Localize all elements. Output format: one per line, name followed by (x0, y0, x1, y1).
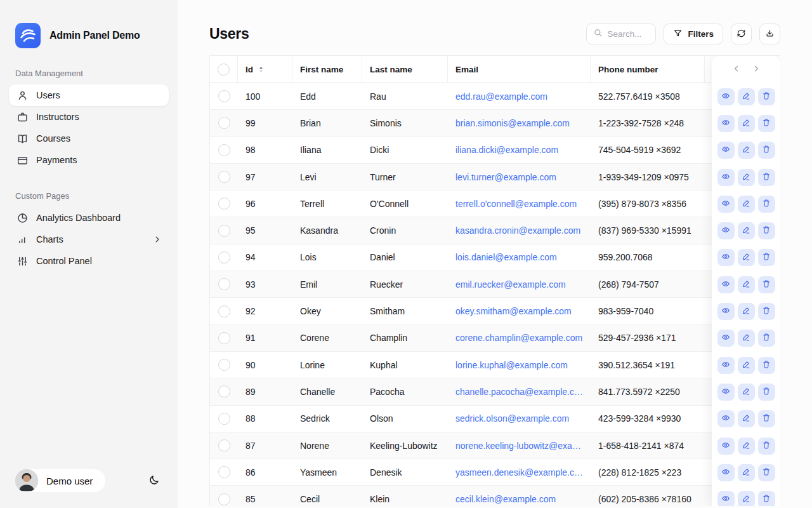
edit-button[interactable] (738, 142, 755, 159)
select-all-checkbox[interactable] (218, 64, 230, 76)
view-button[interactable] (717, 169, 735, 186)
edit-button[interactable] (738, 438, 755, 455)
email-link[interactable]: okey.smitham@example.com (455, 306, 583, 316)
email-link[interactable]: cecil.klein@example.com (455, 494, 583, 504)
user-menu[interactable]: Demo user (15, 469, 105, 492)
row-checkbox[interactable] (218, 359, 230, 371)
edit-button[interactable] (738, 169, 755, 186)
scroll-columns-left-button[interactable] (731, 63, 742, 76)
sidebar-item-analytics-dashboard[interactable]: Analytics Dashboard (9, 207, 169, 229)
view-button[interactable] (717, 142, 735, 159)
delete-button[interactable] (758, 249, 775, 266)
delete-button[interactable] (758, 276, 775, 293)
delete-button[interactable] (758, 410, 775, 427)
row-checkbox[interactable] (218, 332, 230, 344)
delete-button[interactable] (758, 330, 775, 347)
email-link[interactable]: chanelle.pacocha@example.com (455, 387, 583, 397)
row-checkbox[interactable] (218, 305, 230, 318)
edit-button[interactable] (738, 222, 755, 239)
row-checkbox[interactable] (218, 251, 230, 264)
edit-button[interactable] (738, 410, 755, 427)
delete-button[interactable] (758, 196, 775, 213)
row-checkbox[interactable] (218, 90, 230, 102)
sidebar-item-courses[interactable]: Courses (9, 128, 169, 149)
email-link[interactable]: yasmeen.denesik@example.com (455, 467, 583, 478)
sort-icon[interactable] (257, 65, 265, 74)
delete-button[interactable] (758, 384, 775, 401)
row-checkbox[interactable] (218, 225, 230, 237)
row-actions (712, 271, 780, 298)
edit-button[interactable] (738, 384, 755, 401)
sidebar-item-charts[interactable]: Charts (9, 229, 169, 250)
delete-button[interactable] (758, 464, 775, 481)
edit-button[interactable] (738, 249, 755, 266)
sidebar-item-control-panel[interactable]: Control Panel (9, 250, 169, 272)
row-checkbox[interactable] (218, 493, 230, 505)
theme-toggle-button[interactable] (146, 472, 162, 490)
row-checkbox[interactable] (218, 278, 230, 290)
edit-button[interactable] (738, 464, 755, 481)
row-checkbox[interactable] (218, 385, 230, 398)
email-link[interactable]: iliana.dicki@example.com (455, 145, 583, 155)
row-checkbox[interactable] (218, 413, 230, 425)
filters-button[interactable]: Filters (664, 23, 723, 44)
delete-button[interactable] (758, 142, 775, 159)
edit-button[interactable] (738, 88, 755, 105)
edit-button[interactable] (738, 196, 755, 213)
email-link[interactable]: emil.ruecker@example.com (455, 279, 583, 290)
view-button[interactable] (717, 410, 735, 427)
view-button[interactable] (717, 196, 735, 213)
view-button[interactable] (717, 88, 735, 105)
view-button[interactable] (717, 438, 735, 455)
edit-button[interactable] (738, 115, 755, 132)
view-button[interactable] (717, 357, 735, 374)
delete-button[interactable] (758, 88, 775, 105)
column-header-id[interactable]: Id (238, 56, 292, 83)
view-button[interactable] (717, 276, 735, 293)
delete-button[interactable] (758, 115, 775, 132)
delete-button[interactable] (758, 222, 775, 239)
view-button[interactable] (717, 249, 735, 266)
email-link[interactable]: lois.daniel@example.com (455, 252, 583, 262)
row-checkbox[interactable] (218, 117, 230, 129)
refresh-button[interactable] (731, 23, 752, 44)
view-button[interactable] (717, 330, 735, 347)
export-button[interactable] (759, 23, 780, 44)
view-button[interactable] (717, 303, 735, 320)
edit-button[interactable] (738, 276, 755, 293)
view-button[interactable] (717, 115, 735, 132)
search-input[interactable] (607, 29, 649, 39)
view-button[interactable] (717, 464, 735, 481)
view-button[interactable] (717, 222, 735, 239)
row-checkbox[interactable] (218, 197, 230, 210)
row-checkbox[interactable] (218, 439, 230, 451)
delete-button[interactable] (758, 303, 775, 320)
row-checkbox[interactable] (218, 171, 230, 183)
scroll-columns-right-button[interactable] (750, 63, 762, 76)
eye-icon (721, 413, 730, 424)
delete-button[interactable] (758, 438, 775, 455)
row-checkbox[interactable] (218, 466, 230, 478)
view-button[interactable] (717, 384, 735, 401)
delete-button[interactable] (758, 169, 775, 186)
email-link[interactable]: terrell.o'connell@example.com (455, 199, 583, 209)
email-link[interactable]: edd.rau@example.com (455, 91, 583, 102)
email-link[interactable]: corene.champlin@example.com (455, 333, 583, 343)
sidebar-item-users[interactable]: Users (9, 84, 169, 106)
edit-button[interactable] (738, 303, 755, 320)
edit-button[interactable] (738, 330, 755, 347)
sidebar-item-instructors[interactable]: Instructors (9, 106, 169, 128)
delete-button[interactable] (758, 357, 775, 374)
delete-button[interactable] (758, 491, 775, 506)
email-link[interactable]: sedrick.olson@example.com (455, 413, 583, 424)
email-link[interactable]: lorine.kuphal@example.com (455, 360, 583, 370)
email-link[interactable]: brian.simonis@example.com (455, 118, 583, 128)
edit-button[interactable] (738, 357, 755, 374)
edit-button[interactable] (738, 491, 755, 506)
email-link[interactable]: levi.turner@example.com (455, 172, 583, 182)
view-button[interactable] (717, 491, 735, 506)
email-link[interactable]: kasandra.cronin@example.com (455, 225, 583, 236)
sidebar-item-payments[interactable]: Payments (9, 149, 169, 171)
email-link[interactable]: norene.keeling-lubowitz@example.com (455, 441, 583, 451)
row-checkbox[interactable] (218, 144, 230, 156)
